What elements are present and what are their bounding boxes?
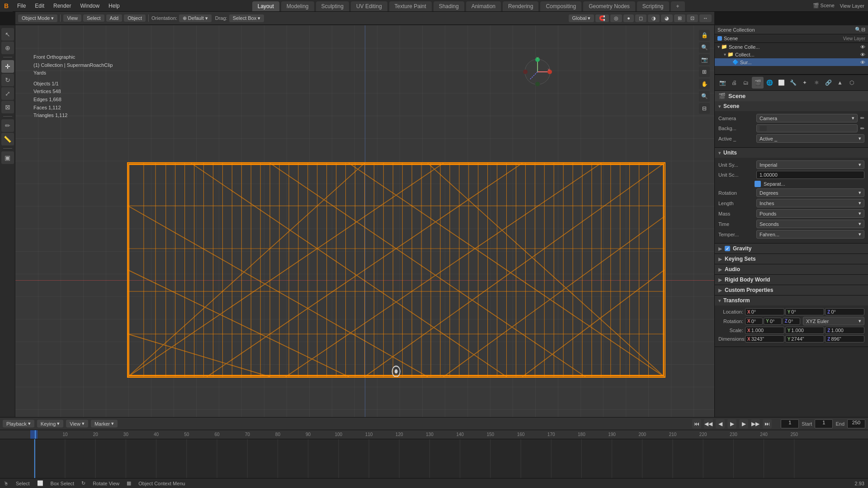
- tree-mesh-item[interactable]: 🔷 Sur... 👁: [715, 58, 868, 66]
- location-y[interactable]: Y 0°: [785, 308, 825, 315]
- props-output-icon[interactable]: 🖨: [728, 77, 740, 89]
- viewport-search-btn[interactable]: 🔍: [699, 42, 710, 53]
- dim-z[interactable]: Z 896": [825, 335, 864, 343]
- outliner-filter-icon[interactable]: ⊟: [861, 27, 865, 33]
- tab-sculpting[interactable]: Sculpting: [316, 1, 349, 11]
- background-edit-icon[interactable]: ✏: [860, 126, 864, 131]
- prev-keyframe-btn[interactable]: ◀◀: [704, 419, 713, 428]
- background-dropdown[interactable]: [756, 124, 858, 132]
- view-btn[interactable]: View: [63, 14, 81, 22]
- props-physics-icon[interactable]: ⚛: [811, 77, 822, 89]
- dim-x[interactable]: X 3243": [745, 335, 784, 343]
- jump-end-btn[interactable]: ⏭: [763, 419, 772, 428]
- tab-modeling[interactable]: Modeling: [281, 1, 314, 11]
- marker-btn[interactable]: Marker ▾: [91, 420, 118, 427]
- temperature-unit-dropdown[interactable]: Fahren... ▾: [756, 230, 864, 239]
- time-unit-dropdown[interactable]: Seconds ▾: [756, 220, 864, 228]
- unit-system-dropdown[interactable]: Imperial ▾: [756, 160, 864, 169]
- menu-window[interactable]: Window: [75, 0, 104, 11]
- visibility-eye-icon-2[interactable]: 👁: [860, 52, 865, 57]
- tab-scripting[interactable]: Scripting: [637, 1, 669, 11]
- props-render-icon[interactable]: 📷: [717, 77, 728, 89]
- global-btn[interactable]: Global ▾: [569, 14, 594, 22]
- tab-rendering[interactable]: Rendering: [503, 1, 538, 11]
- rigid-body-header[interactable]: ▶ Rigid Body World: [715, 275, 868, 285]
- select-tool[interactable]: ↖: [1, 28, 14, 41]
- cursor-tool[interactable]: ⊕: [1, 42, 14, 54]
- shading-wireframe[interactable]: ◻: [635, 14, 646, 22]
- tree-scene-collection[interactable]: ▾ 📁 Scene Colle... 👁: [715, 43, 868, 51]
- rotation-unit-dropdown[interactable]: Degrees ▾: [756, 188, 864, 197]
- frame-start-input[interactable]: 1: [815, 419, 833, 428]
- object-mode-btn[interactable]: Object Mode ▾: [18, 14, 57, 22]
- next-keyframe-btn[interactable]: ▶▶: [751, 419, 760, 428]
- blender-logo[interactable]: B: [0, 0, 13, 12]
- scale-x[interactable]: X 1.000: [745, 327, 784, 334]
- select-box-btn[interactable]: Select Box ▾: [229, 14, 264, 22]
- props-particles-icon[interactable]: ✦: [799, 77, 811, 89]
- scene-section-header[interactable]: ▾ Scene: [715, 101, 868, 111]
- xray-btn[interactable]: ⊡: [687, 14, 698, 22]
- viewport-zoom-btn[interactable]: 🔍: [699, 91, 710, 102]
- transform-header[interactable]: ▾ Transform: [715, 296, 868, 305]
- scale-tool[interactable]: ⤢: [1, 87, 14, 100]
- keying-btn[interactable]: Keying ▾: [37, 420, 64, 427]
- snap-btn[interactable]: 🧲: [595, 14, 609, 22]
- tab-compositing[interactable]: Compositing: [540, 1, 581, 11]
- shading-rendered[interactable]: ◕: [661, 14, 673, 22]
- tab-geometry-nodes[interactable]: Geometry Nodes: [583, 1, 635, 11]
- dim-y[interactable]: Y 2744": [785, 335, 825, 343]
- overlay-btn[interactable]: ⊞: [674, 14, 685, 22]
- menu-render[interactable]: Render: [49, 0, 75, 11]
- units-header[interactable]: ▾ Units: [715, 148, 868, 158]
- props-constraints-icon[interactable]: 🔗: [822, 77, 834, 89]
- tab-shading[interactable]: Shading: [434, 1, 464, 11]
- timeline-body[interactable]: [0, 439, 868, 478]
- measure-tool[interactable]: 📏: [1, 133, 14, 145]
- props-object-icon[interactable]: ⬜: [775, 77, 787, 89]
- rotation-y[interactable]: Y 0°: [764, 318, 781, 325]
- visibility-eye-icon-3[interactable]: 👁: [860, 60, 865, 65]
- visibility-eye-icon[interactable]: 👁: [860, 44, 865, 50]
- viewport-hand-btn[interactable]: ✋: [699, 79, 710, 89]
- playback-btn[interactable]: Playback ▾: [3, 420, 34, 427]
- frame-end-input[interactable]: 250: [847, 419, 865, 428]
- rotation-mode-dropdown[interactable]: XYZ Euler ▾: [803, 317, 864, 325]
- audio-header[interactable]: ▶ Audio: [715, 264, 868, 274]
- play-btn[interactable]: ▶: [727, 419, 736, 428]
- unit-scale-value[interactable]: 1.00000: [756, 171, 864, 179]
- tree-collection[interactable]: ▾ 📁 Collect... 👁: [715, 51, 868, 58]
- camera-dropdown[interactable]: Camera ▾: [756, 114, 858, 122]
- gravity-checkbox[interactable]: ✓: [725, 246, 730, 251]
- props-modifier-icon[interactable]: 🔧: [787, 77, 799, 89]
- viewport-table-btn[interactable]: ⊟: [699, 103, 710, 114]
- main-viewport[interactable]: Front Orthographic (1) Collection | Supe…: [15, 25, 714, 417]
- gravity-header[interactable]: ▶ ✓ Gravity: [715, 244, 868, 253]
- scale-y[interactable]: Y 1.000: [785, 327, 825, 334]
- tab-add[interactable]: +: [671, 1, 685, 11]
- props-scene-icon[interactable]: 🎬: [752, 77, 764, 89]
- scale-z[interactable]: Z 1.000: [825, 327, 864, 334]
- tab-uv-editing[interactable]: UV Editing: [351, 1, 387, 11]
- transform-gizmo[interactable]: ↔: [699, 14, 712, 22]
- prev-frame-btn[interactable]: ◀: [716, 419, 725, 428]
- menu-help[interactable]: Help: [104, 0, 124, 11]
- mass-unit-dropdown[interactable]: Pounds ▾: [756, 209, 864, 218]
- location-x[interactable]: X 0°: [745, 308, 784, 315]
- viewport-grid-btn[interactable]: ⊞: [699, 66, 710, 77]
- tab-layout[interactable]: Layout: [252, 1, 279, 11]
- object-btn[interactable]: Object: [124, 14, 146, 22]
- next-frame-btn[interactable]: ▶: [739, 419, 748, 428]
- add-cube-tool[interactable]: ▣: [1, 151, 14, 164]
- active-dropdown[interactable]: Active _ ▾: [756, 134, 864, 143]
- transform-tool[interactable]: ⊠: [1, 101, 14, 113]
- outliner-search-icon[interactable]: 🔍: [855, 27, 861, 33]
- rotate-tool[interactable]: ↻: [1, 74, 14, 86]
- props-data-icon[interactable]: ▲: [834, 77, 846, 89]
- location-z[interactable]: Z 0°: [825, 308, 864, 315]
- keying-sets-header[interactable]: ▶ Keying Sets: [715, 254, 868, 264]
- annotate-tool[interactable]: ✏: [1, 119, 14, 132]
- scene-props-header[interactable]: 🎬 Scene: [715, 91, 868, 101]
- proportional-btn[interactable]: ◎: [610, 14, 622, 22]
- menu-edit[interactable]: Edit: [30, 0, 49, 11]
